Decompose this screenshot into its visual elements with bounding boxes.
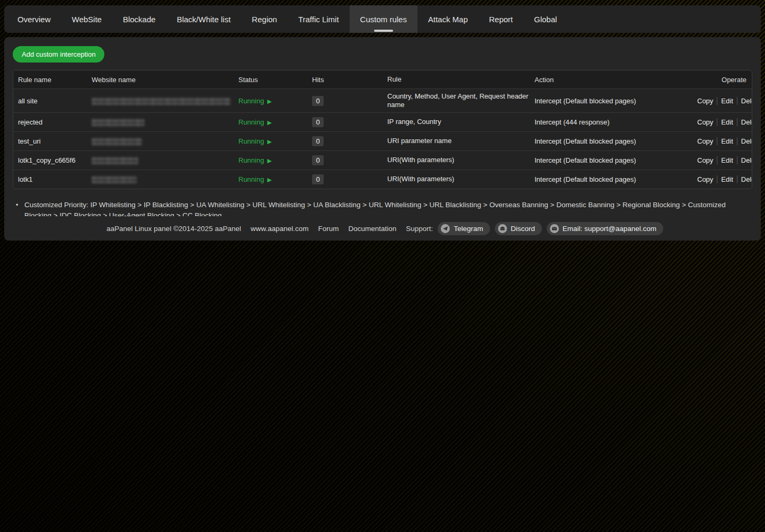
- copy-link[interactable]: Copy: [693, 156, 717, 164]
- website-name-cell: [87, 173, 234, 186]
- edit-link[interactable]: Edit: [717, 137, 736, 145]
- tab-label: Black/White list: [177, 15, 231, 24]
- active-tab-indicator: [374, 30, 393, 32]
- hits-cell: 0: [307, 115, 382, 129]
- action-cell: Intercept (Default blocked pages): [530, 135, 689, 147]
- status-cell: Running▶: [234, 154, 307, 166]
- tab-custom-rules[interactable]: Custom rules: [350, 5, 417, 33]
- copy-link[interactable]: Copy: [693, 118, 717, 126]
- status-cell: Running▶: [234, 116, 307, 128]
- redacted-website-name: [92, 119, 145, 126]
- forum-link[interactable]: Forum: [318, 225, 339, 233]
- tab-label: Region: [252, 15, 277, 24]
- telegram-button[interactable]: Telegram: [438, 222, 490, 235]
- email-button[interactable]: Email: support@aapanel.com: [547, 222, 663, 235]
- tab-global[interactable]: Global: [523, 5, 567, 33]
- status-running-label: Running: [238, 156, 264, 164]
- rule-cell: URI parameter name: [382, 135, 530, 147]
- tab-label: WebSite: [72, 15, 102, 24]
- col-header-operate: Operate: [689, 74, 752, 86]
- delete-link[interactable]: Delete: [737, 97, 752, 105]
- play-toggle-icon[interactable]: ▶: [267, 119, 271, 126]
- status-running-label: Running: [238, 97, 264, 105]
- redacted-website-name: [92, 138, 142, 145]
- copy-link[interactable]: Copy: [693, 137, 717, 145]
- hits-cell: 0: [307, 94, 382, 108]
- action-cell: Intercept (444 response): [530, 116, 689, 128]
- email-icon: [550, 224, 559, 233]
- status-running-label: Running: [238, 137, 264, 145]
- website-name-cell: [87, 116, 234, 129]
- hits-badge: 0: [312, 155, 324, 165]
- tab-label: Overview: [17, 15, 51, 24]
- delete-link[interactable]: Delete: [737, 137, 752, 145]
- main-nav-tabs: Overview WebSite Blockade Black/White li…: [4, 5, 761, 33]
- tab-traffic-limit[interactable]: Traffic Limit: [288, 5, 350, 33]
- table-row: lotk1_copy_c665f6 Running▶ 0 URI(With pa…: [13, 150, 752, 170]
- table-header-row: Rule name Website name Status Hits Rule …: [13, 70, 752, 88]
- rule-cell: Country, Method, User Agent, Request hea…: [382, 90, 530, 112]
- support-label: Support:: [406, 225, 433, 233]
- tab-label: Global: [534, 15, 557, 24]
- operate-cell: CopyEditDelete: [689, 95, 752, 107]
- play-toggle-icon[interactable]: ▶: [267, 157, 271, 164]
- table-row: rejected Running▶ 0 IP range, Country In…: [13, 112, 752, 131]
- tab-label: Custom rules: [360, 15, 407, 24]
- status-cell: Running▶: [234, 135, 307, 147]
- table-row: lotk1 Running▶ 0 URI(With parameters) In…: [13, 170, 752, 189]
- website-name-cell: [87, 94, 234, 107]
- delete-link[interactable]: Delete: [737, 175, 752, 183]
- copy-link[interactable]: Copy: [693, 97, 717, 105]
- add-custom-interception-button[interactable]: Add custom interception: [13, 46, 104, 63]
- edit-link[interactable]: Edit: [717, 156, 736, 164]
- tab-black-white-list[interactable]: Black/White list: [166, 5, 242, 33]
- website-link[interactable]: www.aapanel.com: [251, 225, 309, 233]
- documentation-link[interactable]: Documentation: [349, 225, 397, 233]
- status-running-label: Running: [238, 118, 264, 126]
- email-label: Email: support@aapanel.com: [563, 225, 656, 233]
- hits-badge: 0: [312, 136, 324, 146]
- edit-link[interactable]: Edit: [717, 175, 736, 183]
- edit-link[interactable]: Edit: [717, 118, 736, 126]
- play-toggle-icon[interactable]: ▶: [267, 176, 271, 183]
- status-cell: Running▶: [234, 95, 307, 107]
- hits-cell: 0: [307, 172, 382, 187]
- action-cell: Intercept (Default blocked pages): [530, 95, 689, 107]
- hits-badge: 0: [312, 174, 324, 184]
- delete-link[interactable]: Delete: [737, 118, 752, 126]
- operate-cell: CopyEditDelete: [689, 173, 752, 185]
- tab-region[interactable]: Region: [241, 5, 288, 33]
- website-name-cell: [87, 135, 234, 148]
- hits-cell: 0: [307, 134, 382, 148]
- delete-link[interactable]: Delete: [737, 156, 752, 164]
- custom-rules-panel: Add custom interception Rule name Websit…: [4, 37, 761, 241]
- rule-cell: IP range, Country: [382, 116, 530, 128]
- tab-website[interactable]: WebSite: [61, 5, 112, 33]
- copy-link[interactable]: Copy: [693, 175, 717, 183]
- discord-icon: [498, 224, 507, 233]
- edit-link[interactable]: Edit: [717, 97, 736, 105]
- operate-cell: CopyEditDelete: [689, 135, 752, 147]
- tab-attack-map[interactable]: Attack Map: [417, 5, 478, 33]
- copyright-text: aaPanel Linux panel ©2014-2025 aaPanel: [106, 225, 241, 233]
- rule-cell: URI(With parameters): [382, 154, 530, 166]
- rule-name-cell: lotk1_copy_c665f6: [13, 154, 87, 166]
- play-toggle-icon[interactable]: ▶: [267, 98, 271, 104]
- tab-overview[interactable]: Overview: [4, 5, 61, 33]
- rule-name-cell: all site: [13, 95, 87, 107]
- table-row: test_uri Running▶ 0 URI parameter name I…: [13, 131, 752, 150]
- discord-button[interactable]: Discord: [495, 222, 542, 235]
- tab-label: Attack Map: [428, 15, 468, 24]
- hits-cell: 0: [307, 153, 382, 167]
- tab-report[interactable]: Report: [478, 5, 523, 33]
- operate-cell: CopyEditDelete: [689, 154, 752, 166]
- action-cell: Intercept (Default blocked pages): [530, 173, 689, 185]
- status-running-label: Running: [238, 175, 264, 183]
- play-toggle-icon[interactable]: ▶: [267, 138, 271, 145]
- col-header-status: Status: [234, 74, 307, 86]
- tab-blockade[interactable]: Blockade: [112, 5, 166, 33]
- status-cell: Running▶: [234, 173, 307, 185]
- redacted-website-name: [92, 176, 137, 183]
- rule-name-cell: lotk1: [13, 173, 87, 185]
- tab-label: Traffic Limit: [298, 15, 339, 24]
